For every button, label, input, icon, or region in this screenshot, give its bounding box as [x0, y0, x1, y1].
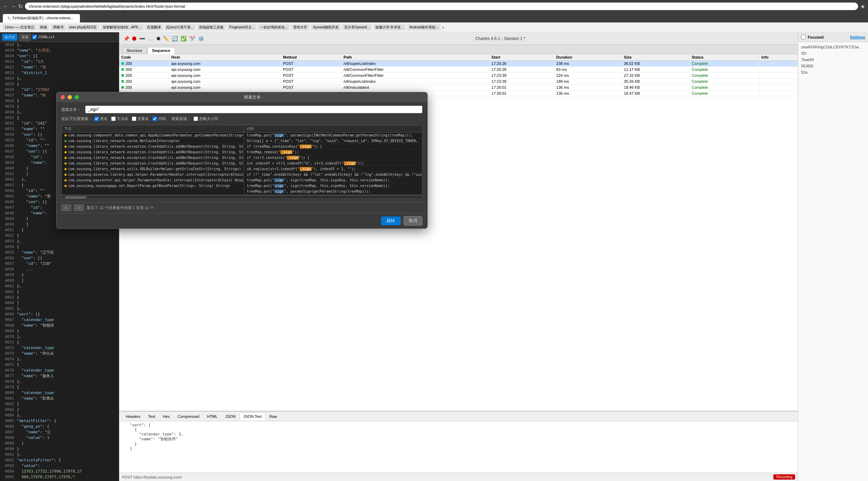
tab-json[interactable]: JSON: [222, 413, 239, 420]
cell-info: [759, 85, 798, 91]
refresh-icon[interactable]: 🔄: [172, 36, 178, 41]
method-checkbox[interactable]: [111, 116, 116, 121]
list-item[interactable]: com.soyoung.minerva.library.api.helper.P…: [62, 172, 244, 178]
tab-headers[interactable]: Headers: [122, 413, 144, 420]
tab-sequence[interactable]: Sequence: [148, 47, 175, 54]
tab-html[interactable]: HTML: [203, 413, 222, 420]
table-row[interactable]: 200 api.soyoung.com POST /v8/misc/abtest…: [119, 85, 798, 91]
pin-icon[interactable]: 📌: [123, 36, 129, 41]
cell-code: 200: [119, 67, 169, 73]
cell-duration: 83 ms: [554, 67, 622, 73]
bookmark-jb[interactable]: JB账号: [50, 24, 66, 31]
prev-page-button[interactable]: <-: [61, 205, 71, 211]
bookmark-android[interactable]: Android操作系统...: [407, 24, 441, 31]
new-tab-button[interactable]: +: [82, 17, 85, 22]
cloud-icon[interactable]: ☁️: [148, 36, 154, 41]
tab-raw[interactable]: Raw: [265, 413, 281, 420]
jsonlist-checkbox[interactable]: [32, 35, 37, 39]
table-row[interactable]: 200 api.soyoung.com POST /v8/superList/i…: [119, 61, 798, 67]
json-line: 4091},: [0, 452, 119, 457]
classname-checkbox[interactable]: [94, 116, 99, 121]
bookmark-collect[interactable]: 收藏大学.学术技...: [373, 24, 406, 31]
dialog-minimize-button[interactable]: [68, 95, 72, 99]
tab-structure[interactable]: Structure: [122, 47, 147, 54]
gear-icon[interactable]: ⚙️: [198, 36, 204, 41]
scrollbar-thumb[interactable]: [65, 196, 86, 199]
cell-size: 18.46 KB: [622, 85, 689, 91]
tab-text[interactable]: Text: [144, 413, 159, 420]
bookmark-linux[interactable]: Linux——完全笔记: [3, 24, 36, 31]
col-method: Method: [281, 54, 341, 61]
ignore-case-checkbox[interactable]: [194, 116, 198, 121]
cell-host: api.soyoung.com: [169, 79, 281, 85]
bookmark-xposed[interactable]: Xposed辅助开发: [311, 24, 341, 31]
bookmark-apk[interactable]: 加密解密在线转(...APK...: [101, 24, 143, 31]
cell-method: POST: [281, 85, 341, 91]
list-item[interactable]: com.soyoung.library_network.utils.URLBui…: [62, 166, 244, 172]
location-label: 在以下位置搜索：: [61, 116, 92, 121]
format-button[interactable]: 格式化: [2, 34, 18, 41]
code-checkbox[interactable]: [152, 116, 157, 121]
list-item[interactable]: com.soyoung.library_network.exception.Cr…: [62, 149, 244, 155]
bookmark-fingerprint[interactable]: Fingerprint3主...: [227, 24, 257, 31]
black-dot-icon[interactable]: [157, 37, 160, 40]
dialog-maximize-button[interactable]: [75, 95, 79, 99]
table-row[interactable]: 200 api.soyoung.com POST /v8/superList/i…: [119, 79, 798, 85]
search-input[interactable]: [85, 106, 422, 113]
dialog-actions: 跳转 取消: [56, 213, 427, 228]
pencil-icon[interactable]: ✏️: [163, 36, 169, 41]
list-item[interactable]: com.youxiang.soyoungapp.net.ReportParam.…: [62, 183, 244, 189]
list-item[interactable]: com.soyoung.library_network.exception.Cr…: [62, 161, 244, 166]
list-item[interactable]: com.soyoung.library_network.cache.NetCac…: [62, 138, 244, 144]
cell-status: Complete: [689, 61, 759, 67]
bookmark-packet[interactable]: 一款好用的抓包...: [258, 24, 290, 31]
confirm-button[interactable]: 跳转: [381, 216, 401, 225]
tab-json-text[interactable]: JSON Text: [239, 413, 265, 420]
back-button[interactable]: ←: [3, 3, 8, 9]
cell-path: /v8/CommonFilter/Filter: [341, 67, 489, 73]
tab-hex[interactable]: Hex: [159, 413, 174, 420]
cell-host: api.soyoung.com: [169, 67, 281, 73]
reload-button[interactable]: ↻: [18, 3, 23, 10]
record-red-dot[interactable]: [132, 36, 136, 41]
tab-compressed[interactable]: Compressed: [174, 413, 203, 420]
variable-checkbox[interactable]: [132, 116, 136, 121]
scissors-icon[interactable]: ✂️: [189, 36, 195, 41]
compress-button[interactable]: 压缩: [19, 34, 31, 41]
browser-tab[interactable]: 🔧 FeHelper(前端助手) - chrome-extension://pk…: [3, 14, 80, 22]
more-bookmarks-button[interactable]: »: [442, 25, 444, 30]
dialog-close-button[interactable]: [61, 95, 65, 99]
recording-button[interactable]: Recording: [773, 474, 795, 480]
minus-icon[interactable]: ➖: [139, 36, 145, 41]
check-icon[interactable]: ✅: [181, 36, 187, 41]
list-item[interactable]: com.soyoung.component_data.common_api.Ap…: [62, 133, 244, 138]
settings-link[interactable]: Settings: [850, 35, 865, 39]
bookmark-xueqiu[interactable]: 雪球大学: [291, 24, 309, 31]
bookmark-aes[interactable]: wwx.php或AES互: [67, 24, 99, 31]
table-row[interactable]: 200 api.soyoung.com POST /v8/CommonFilte…: [119, 67, 798, 73]
list-item[interactable]: com.soyoung.library_network.exception.Cr…: [62, 144, 244, 149]
cell-info: [759, 73, 798, 79]
url-bar[interactable]: [25, 2, 858, 10]
bookmark-jquery[interactable]: jQuery计算不算...: [164, 24, 196, 31]
bookmark-shop[interactable]: 商城: [38, 24, 49, 31]
json-line: 4023 "district_1: [0, 70, 119, 76]
bookmark-frontend[interactable]: 前端超级工具集: [197, 24, 226, 31]
forward-button[interactable]: →: [11, 3, 16, 9]
bookmark-baidu[interactable]: 百度翻译: [145, 24, 163, 31]
cancel-button[interactable]: 取消: [404, 216, 422, 226]
bookmark-bfx[interactable]: 百分享Xposed...: [342, 24, 372, 31]
json-line: 4064]: [0, 300, 119, 306]
table-row[interactable]: 200 api.soyoung.com POST /v8/CommonFilte…: [119, 73, 798, 79]
json-line: 4079{: [0, 385, 119, 390]
cell-path: /v8/superList/index: [341, 79, 489, 85]
next-page-button[interactable]: ->: [74, 205, 84, 211]
star-icon[interactable]: ★: [860, 3, 865, 10]
list-item[interactable]: com.soyoung.library_network.exception.Cr…: [62, 155, 244, 161]
json-line: 4086 "gong_yn": {: [0, 424, 119, 429]
settings-value-4: 5EABE: [801, 64, 865, 68]
focused-checkbox[interactable]: [801, 35, 806, 39]
list-item[interactable]: com.soyoung.paycenter.api.helper.Paramet…: [62, 178, 244, 183]
jsonlist-checkbox-label: JSONList: [32, 35, 55, 39]
json-line: 4063}: [0, 295, 119, 300]
